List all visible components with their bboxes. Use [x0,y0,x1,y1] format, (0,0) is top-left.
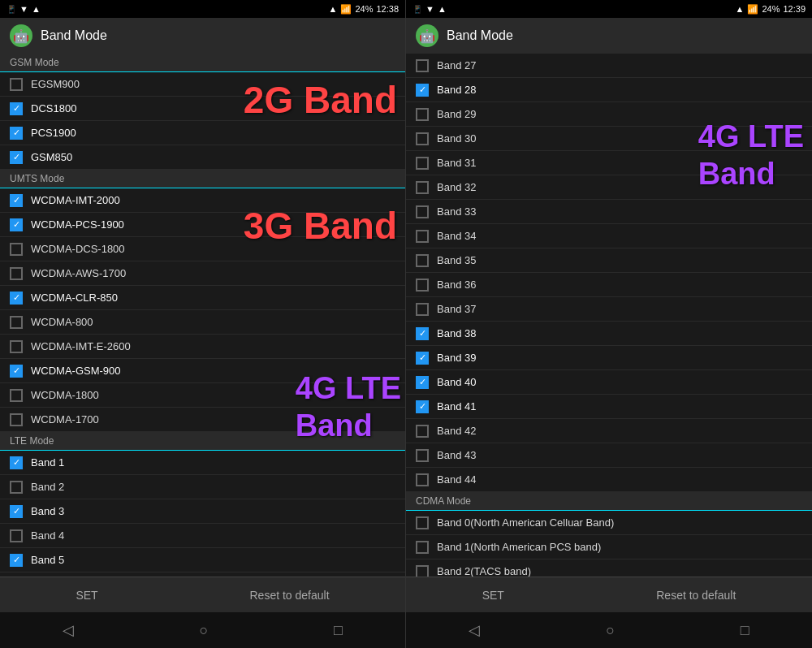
checkbox-gsm850[interactable] [10,151,23,164]
checkbox-wcdma-800[interactable] [10,316,23,329]
checkbox-r-band40[interactable] [416,376,429,389]
label-gsm850: GSM850 [31,151,72,163]
checkbox-r-band36[interactable] [416,279,429,292]
right-scroll-content[interactable]: Band 27 Band 28 Band 29 Band 30 Band 31 … [406,54,812,577]
list-item[interactable]: Band 3 [0,499,405,524]
list-item[interactable]: EGSM900 [0,72,405,97]
list-item[interactable]: Band 2(TACS band) [406,559,812,577]
right-back-button[interactable]: ◁ [469,621,480,639]
checkbox-r-band42[interactable] [416,425,429,438]
checkbox-wcdma-gsm-900[interactable] [10,365,23,378]
checkbox-wcdma-clr-850[interactable] [10,292,23,305]
checkbox-r-band44[interactable] [416,473,429,486]
checkbox-r-band31[interactable] [416,157,429,170]
cdma-section-header: CDMA Mode [406,492,812,511]
checkbox-r-band32[interactable] [416,181,429,194]
list-item[interactable]: Band 1 [0,451,405,475]
list-item[interactable]: PCS1900 [0,121,405,145]
checkbox-wcdma-1700[interactable] [10,413,23,426]
checkbox-r-band38[interactable] [416,327,429,340]
checkbox-band2[interactable] [10,481,23,494]
list-item[interactable]: Band 36 [406,273,812,297]
checkbox-pcs1900[interactable] [10,127,23,140]
checkbox-cdma1[interactable] [416,541,429,554]
list-item[interactable]: Band 41 [406,395,812,419]
list-item[interactable]: WCDMA-IMT-E-2600 [0,335,405,359]
list-item[interactable]: DCS1800 [0,97,405,121]
checkbox-r-band27[interactable] [416,59,429,72]
list-item[interactable]: Band 1(North American PCS band) [406,535,812,559]
list-item[interactable]: WCDMA-IMT-2000 [0,188,405,213]
list-item[interactable]: WCDMA-AWS-1700 [0,261,405,286]
right-app-title: Band Mode [447,28,513,43]
list-item[interactable]: Band 6 [0,572,405,577]
list-item[interactable]: Band 30 [406,127,812,151]
label-band4: Band 4 [31,529,64,542]
checkbox-wcdma-dcs-1800[interactable] [10,243,23,256]
list-item[interactable]: Band 33 [406,200,812,224]
checkbox-band3[interactable] [10,505,23,518]
list-item[interactable]: Band 39 [406,346,812,370]
list-item[interactable]: WCDMA-1700 [0,408,405,432]
checkbox-wcdma-pcs-1900[interactable] [10,218,23,231]
list-item[interactable]: Band 37 [406,297,812,322]
list-item[interactable]: Band 44 [406,468,812,492]
checkbox-r-band35[interactable] [416,254,429,267]
list-item[interactable]: Band 32 [406,175,812,200]
checkbox-r-band43[interactable] [416,449,429,462]
label-r-band44: Band 44 [437,473,476,486]
list-item[interactable]: Band 29 [406,102,812,127]
list-item[interactable]: WCDMA-800 [0,310,405,335]
checkbox-wcdma-aws-1700[interactable] [10,267,23,280]
checkbox-dcs1800[interactable] [10,102,23,115]
list-item[interactable]: Band 27 [406,54,812,78]
checkbox-r-band30[interactable] [416,132,429,145]
left-set-button[interactable]: SET [59,582,114,608]
list-item[interactable]: Band 5 [0,548,405,572]
list-item[interactable]: Band 35 [406,248,812,273]
checkbox-wcdma-1800[interactable] [10,389,23,402]
list-item[interactable]: Band 31 [406,151,812,175]
list-item[interactable]: Band 28 [406,78,812,102]
checkbox-r-band34[interactable] [416,230,429,243]
list-item[interactable]: Band 34 [406,224,812,248]
left-scroll-content[interactable]: GSM Mode EGSM900 DCS1800 PCS1900 GSM850 … [0,54,405,577]
left-time: 12:38 [376,4,399,14]
right-reset-button[interactable]: Reset to default [640,582,752,608]
list-item[interactable]: WCDMA-DCS-1800 [0,237,405,261]
right-recent-button[interactable]: □ [741,622,749,639]
left-reset-button[interactable]: Reset to default [234,582,346,608]
list-item[interactable]: WCDMA-PCS-1900 [0,213,405,237]
list-item[interactable]: WCDMA-GSM-900 [0,359,405,383]
checkbox-wcdma-imt-2000[interactable] [10,194,23,207]
left-back-button[interactable]: ◁ [63,621,74,639]
checkbox-r-band29[interactable] [416,108,429,121]
left-recent-button[interactable]: □ [334,622,343,639]
list-item[interactable]: Band 43 [406,443,812,468]
label-wcdma-pcs-1900: WCDMA-PCS-1900 [31,218,124,231]
list-item[interactable]: GSM850 [0,145,405,170]
right-set-button[interactable]: SET [466,582,520,608]
list-item[interactable]: WCDMA-CLR-850 [0,286,405,310]
list-item[interactable]: Band 4 [0,524,405,548]
list-item[interactable]: Band 42 [406,419,812,443]
checkbox-r-band39[interactable] [416,352,429,365]
checkbox-cdma2[interactable] [416,565,429,577]
list-item[interactable]: Band 0(North American Celluar Band) [406,511,812,535]
left-home-button[interactable]: ○ [200,622,209,639]
list-item[interactable]: Band 38 [406,322,812,346]
list-item[interactable]: Band 2 [0,475,405,499]
checkbox-r-band33[interactable] [416,205,429,218]
checkbox-band4[interactable] [10,529,23,542]
checkbox-r-band28[interactable] [416,84,429,97]
checkbox-r-band37[interactable] [416,303,429,316]
right-home-button[interactable]: ○ [606,622,615,639]
checkbox-cdma0[interactable] [416,516,429,529]
checkbox-wcdma-imt-e-2600[interactable] [10,340,23,353]
checkbox-band1[interactable] [10,456,23,469]
checkbox-r-band41[interactable] [416,400,429,413]
checkbox-egsm900[interactable] [10,78,23,91]
list-item[interactable]: WCDMA-1800 [0,383,405,408]
checkbox-band5[interactable] [10,554,23,567]
list-item[interactable]: Band 40 [406,370,812,395]
